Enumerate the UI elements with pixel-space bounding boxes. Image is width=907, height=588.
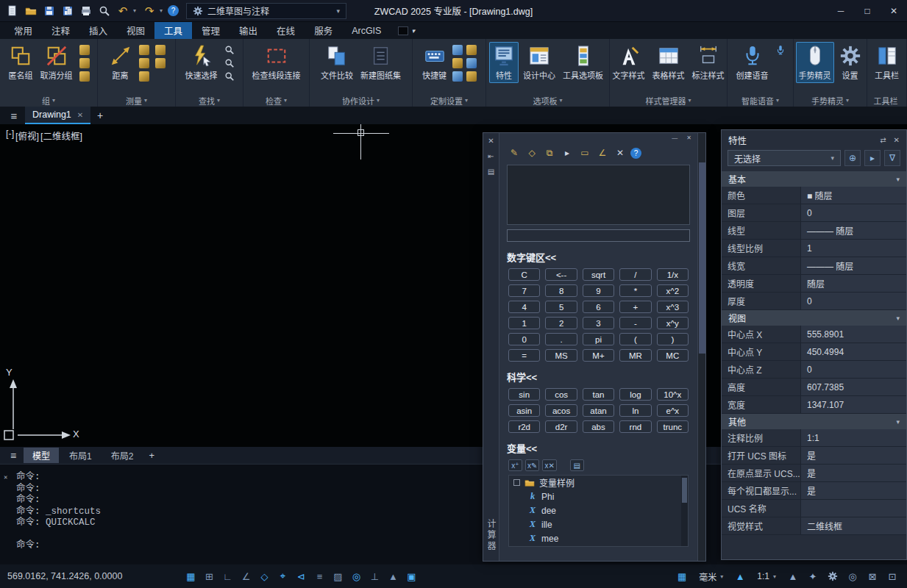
property-row[interactable]: 线型比例 1 — [722, 240, 906, 257]
numpad-section-toggle[interactable]: 数字键区<< — [507, 250, 690, 264]
check-polyline-button[interactable]: 检查线段连接 — [249, 42, 304, 83]
calc-key[interactable]: atan — [583, 404, 614, 417]
status-toggle[interactable]: ◎ — [348, 568, 365, 584]
calc-key[interactable]: 8 — [545, 284, 577, 297]
calc-key[interactable]: <-- — [545, 268, 577, 281]
calc-key[interactable]: e^x — [657, 404, 689, 417]
menu-load-icon[interactable] — [452, 58, 463, 68]
plot-button[interactable] — [78, 3, 94, 19]
minimize-button[interactable] — [828, 0, 854, 22]
panel-label-check[interactable]: 检查 — [243, 94, 309, 107]
selection-dropdown[interactable]: 无选择 — [728, 150, 841, 166]
toolbars-button[interactable]: 工具栏 — [872, 42, 902, 83]
vars-section-toggle[interactable]: 变量<< — [507, 441, 690, 455]
tab-manage[interactable]: 管理 — [192, 22, 230, 39]
tool-palette-edit-icon[interactable] — [466, 58, 477, 68]
calc-key[interactable]: 1/x — [657, 268, 689, 281]
calc-key[interactable]: 9 — [583, 284, 614, 297]
property-row[interactable]: 线型 ——— 随层 — [722, 222, 906, 240]
tree-collapse-icon[interactable] — [513, 479, 520, 486]
calc-key[interactable]: 4 — [508, 301, 540, 313]
calc-tool-icon[interactable]: ∠ — [595, 146, 610, 160]
calc-key[interactable]: 3 — [583, 317, 614, 329]
tab-insert[interactable]: 插入 — [79, 22, 117, 39]
tab-annotate[interactable]: 注释 — [42, 22, 79, 39]
viewport-control[interactable]: [俯视] — [15, 129, 39, 143]
science-section-toggle[interactable]: 科学<< — [507, 370, 690, 384]
property-row[interactable]: 厚度 0 — [722, 293, 906, 310]
calc-input-field[interactable] — [507, 229, 690, 242]
help-icon[interactable] — [168, 5, 179, 16]
calc-key[interactable]: MC — [657, 349, 689, 362]
panel-label-find[interactable]: 查找 — [176, 94, 243, 107]
vars-tool-icon[interactable]: x✕ — [542, 459, 556, 471]
ungroup-button[interactable]: 取消分组 — [38, 42, 76, 83]
layout-menu-icon[interactable] — [4, 450, 22, 462]
tab-tools[interactable]: 工具 — [154, 22, 192, 39]
table-style-button[interactable]: 表格样式 — [650, 42, 688, 83]
find-icon[interactable] — [224, 45, 235, 55]
calc-key[interactable]: x^y — [657, 317, 689, 329]
panel-label-measure[interactable]: 测量 — [98, 94, 175, 107]
calc-key[interactable]: 7 — [508, 284, 540, 297]
anonymous-group-button[interactable]: 匿名组 — [6, 42, 36, 83]
calc-key[interactable]: ( — [619, 333, 651, 345]
status-toggle[interactable]: ⊲ — [293, 568, 310, 584]
calc-key[interactable]: d2r — [545, 420, 577, 433]
clean-screen-icon[interactable] — [885, 569, 900, 584]
create-voice-button[interactable]: 创建语音 — [733, 42, 772, 83]
calc-key[interactable]: = — [508, 349, 540, 362]
tab-model[interactable]: 模型 — [24, 448, 59, 463]
new-drawing-tab-button[interactable] — [90, 107, 110, 124]
text-style-button[interactable]: 文字样式 — [610, 42, 648, 83]
maximize-button[interactable] — [854, 0, 881, 22]
calc-tool-icon[interactable]: ▸ — [560, 146, 575, 160]
pickadd-toggle-icon[interactable] — [844, 150, 861, 166]
status-toggle[interactable]: ▨ — [330, 568, 346, 584]
quick-select-button[interactable]: 快速选择 — [182, 42, 221, 83]
ribbon-style-toggle[interactable] — [398, 22, 415, 39]
panel-label-gesture[interactable]: 手势精灵 — [794, 94, 867, 107]
calc-key[interactable]: 6 — [583, 301, 614, 313]
tab-arcgis[interactable]: ArcGIS — [342, 22, 391, 39]
tab-output[interactable]: 输出 — [230, 22, 267, 39]
calc-key[interactable]: r2d — [508, 420, 540, 433]
panel-label-toolbars[interactable]: 工具栏 — [867, 94, 906, 107]
calc-key[interactable]: ln — [619, 404, 651, 417]
annotation-visibility-icon[interactable] — [733, 569, 747, 584]
lisp-icon[interactable] — [466, 71, 477, 82]
property-row[interactable]: 打开 UCS 图标 是 — [722, 447, 906, 465]
palette-close-icon[interactable] — [488, 137, 494, 145]
vars-tool-icon[interactable]: x✎ — [525, 459, 539, 471]
variable-item[interactable]: X mee — [509, 531, 688, 545]
workspace-switcher[interactable]: 二维草图与注释 — [186, 3, 346, 19]
panel-label-smart-voice[interactable]: 智能语音 — [728, 94, 793, 107]
tab-layout1[interactable]: 布局1 — [60, 448, 101, 463]
property-row[interactable]: 每个视口都显示... 是 — [722, 482, 906, 500]
calc-key[interactable]: / — [619, 268, 651, 281]
calc-key[interactable]: tan — [583, 388, 614, 401]
calc-key[interactable]: sqrt — [583, 268, 614, 281]
settings-gear-icon[interactable] — [825, 569, 840, 584]
palette-scrollbar[interactable] — [697, 133, 705, 561]
status-toggle[interactable]: ⊞ — [201, 568, 218, 584]
new-file-button[interactable] — [4, 3, 21, 19]
tab-home[interactable]: 常用 — [4, 22, 42, 39]
variable-item[interactable]: X ille — [509, 517, 688, 531]
calc-key[interactable]: MS — [545, 349, 577, 362]
close-button[interactable] — [881, 0, 907, 22]
save-button[interactable] — [41, 3, 57, 19]
calc-key[interactable]: 0 — [508, 333, 540, 345]
calc-key[interactable]: x^3 — [657, 301, 689, 313]
measure-angle-icon[interactable] — [139, 45, 149, 55]
gesture-wizard-button[interactable]: 手势精灵 — [796, 42, 834, 83]
calc-tool-icon[interactable]: ◇ — [524, 146, 539, 160]
command-close-icon[interactable] — [4, 473, 7, 481]
tab-services[interactable]: 服务 — [305, 22, 342, 39]
units-selector[interactable]: 毫米 — [694, 569, 728, 584]
calc-key[interactable]: abs — [583, 420, 614, 433]
calc-history-display[interactable] — [507, 165, 690, 225]
property-row[interactable]: 高度 607.7385 — [722, 379, 906, 396]
calc-key[interactable]: pi — [583, 333, 614, 345]
panel-label-group[interactable]: 组 — [0, 94, 97, 107]
